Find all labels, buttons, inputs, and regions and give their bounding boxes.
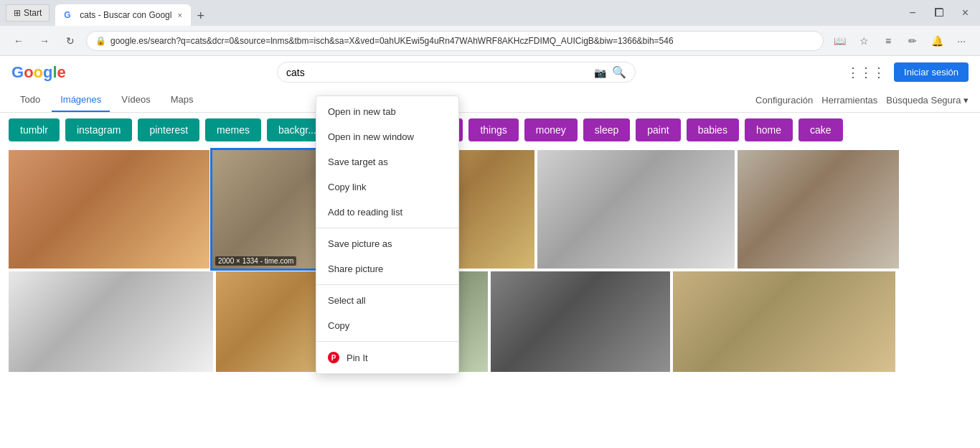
start-label: Start bbox=[24, 8, 42, 18]
pill-10[interactable]: sleep bbox=[583, 118, 630, 141]
menu-item-open-in-new-window[interactable]: Open in new window bbox=[316, 124, 458, 149]
active-tab[interactable]: G cats - Buscar con Googl × bbox=[55, 4, 191, 26]
menu-item-label: Select all bbox=[328, 295, 366, 306]
menu-item-label: Copy link bbox=[328, 182, 366, 192]
google-page: Google 📷 🔍 ⋮⋮⋮ Iniciar sesión Todo Imáge… bbox=[0, 56, 980, 448]
minimize-button[interactable]: − bbox=[903, 4, 921, 22]
start-button[interactable]: ⊞ Start bbox=[6, 4, 50, 22]
pill-9[interactable]: money bbox=[524, 118, 578, 141]
address-bar: ← → ↻ 🔒 google.es/search?q=cats&dcr=0&so… bbox=[0, 26, 980, 56]
search-button[interactable]: 🔍 bbox=[612, 65, 626, 79]
google-logo: Google bbox=[11, 63, 66, 82]
close-button[interactable]: × bbox=[956, 4, 974, 22]
forward-button[interactable]: → bbox=[34, 31, 55, 51]
safe-search[interactable]: Búsqueda Segura ▾ bbox=[886, 95, 969, 106]
tab-todo[interactable]: Todo bbox=[11, 88, 49, 112]
pill-12[interactable]: babies bbox=[687, 118, 739, 141]
favorites-button[interactable]: ☆ bbox=[854, 31, 874, 51]
search-input[interactable] bbox=[286, 67, 588, 78]
menu-item-copy[interactable]: Copy bbox=[316, 313, 458, 338]
windows-icon: ⊞ bbox=[14, 8, 21, 18]
pill-13[interactable]: home bbox=[745, 118, 793, 141]
hub-button[interactable]: ≡ bbox=[878, 31, 898, 51]
annotation-button[interactable]: ✏ bbox=[903, 31, 923, 51]
window-controls: − ⧠ × bbox=[903, 4, 974, 22]
menu-item-label: Share picture bbox=[328, 263, 383, 274]
pill-2[interactable]: pinterest bbox=[138, 118, 199, 141]
google-nav-left: Todo Imágenes Vídeos Maps bbox=[11, 88, 202, 112]
image-row-2 bbox=[9, 271, 971, 372]
notifications-button[interactable]: 🔔 bbox=[927, 31, 947, 51]
reading-view-button[interactable]: 📖 bbox=[829, 31, 849, 51]
image-item[interactable] bbox=[9, 271, 213, 372]
menu-item-label: Add to reading list bbox=[328, 207, 402, 218]
menu-item-label: Open in new tab bbox=[328, 106, 396, 117]
image-grid: 2000 × 1334 - time.com bbox=[0, 147, 980, 375]
browser-titlebar: ⊞ Start G cats - Buscar con Googl × + − … bbox=[0, 0, 980, 26]
image-item[interactable] bbox=[537, 150, 735, 269]
tab-maps[interactable]: Maps bbox=[162, 88, 202, 112]
signin-button[interactable]: Iniciar sesión bbox=[894, 62, 969, 82]
pill-3[interactable]: memes bbox=[205, 118, 261, 141]
pill-1[interactable]: instagram bbox=[65, 118, 132, 141]
menu-separator-11 bbox=[316, 341, 458, 342]
maximize-button[interactable]: ⧠ bbox=[928, 4, 951, 22]
image-item[interactable] bbox=[738, 150, 899, 269]
menu-separator-5 bbox=[316, 228, 458, 228]
menu-item-save-picture-as[interactable]: Save picture as bbox=[316, 231, 458, 256]
pinterest-icon: P bbox=[328, 352, 339, 363]
menu-item-label: Save target as bbox=[328, 157, 388, 167]
pin-it-label: Pin It bbox=[347, 353, 368, 363]
new-tab-button[interactable]: + bbox=[191, 6, 211, 26]
menu-item-pin-it[interactable]: PPin It bbox=[316, 345, 458, 370]
lock-icon: 🔒 bbox=[95, 36, 106, 46]
url-text: google.es/search?q=cats&dcr=0&source=lnm… bbox=[110, 36, 674, 46]
pill-11[interactable]: paint bbox=[636, 118, 680, 141]
header-right: ⋮⋮⋮ Iniciar sesión bbox=[847, 62, 969, 82]
pill-8[interactable]: things bbox=[468, 118, 518, 141]
tab-bar: G cats - Buscar con Googl × + bbox=[55, 0, 897, 26]
tab-imagenes[interactable]: Imágenes bbox=[52, 88, 110, 112]
image-label: 2000 × 1334 - time.com bbox=[215, 256, 296, 266]
herramientas-link[interactable]: Herramientas bbox=[821, 95, 877, 106]
tab-close-button[interactable]: × bbox=[177, 11, 182, 19]
pill-0[interactable]: tumblr bbox=[9, 118, 60, 141]
menu-item-save-target-as[interactable]: Save target as bbox=[316, 149, 458, 174]
menu-item-select-all[interactable]: Select all bbox=[316, 288, 458, 313]
menu-item-copy-link[interactable]: Copy link bbox=[316, 174, 458, 200]
apps-icon[interactable]: ⋮⋮⋮ bbox=[847, 65, 885, 80]
camera-icon[interactable]: 📷 bbox=[594, 67, 606, 78]
menu-item-label: Save picture as bbox=[328, 238, 392, 249]
category-pills: tumblrinstagrampinterestmemesbackgr...ci… bbox=[0, 113, 980, 147]
tab-favicon: G bbox=[64, 10, 74, 20]
image-item[interactable] bbox=[673, 271, 895, 372]
search-box-container: 📷 🔍 bbox=[277, 62, 636, 83]
nav-right: Configuración Herramientas Búsqueda Segu… bbox=[755, 95, 969, 106]
configuracion-link[interactable]: Configuración bbox=[755, 95, 813, 106]
image-item[interactable] bbox=[491, 271, 670, 372]
tab-videos[interactable]: Vídeos bbox=[113, 88, 159, 112]
google-nav: Todo Imágenes Vídeos Maps Configuración … bbox=[0, 88, 980, 113]
menu-item-open-in-new-tab[interactable]: Open in new tab bbox=[316, 99, 458, 124]
url-bar[interactable]: 🔒 google.es/search?q=cats&dcr=0&source=l… bbox=[86, 31, 824, 51]
image-row-1: 2000 × 1334 - time.com bbox=[9, 150, 971, 269]
menu-item-add-to-reading-list[interactable]: Add to reading list bbox=[316, 200, 458, 225]
toolbar-icons: 📖 ☆ ≡ ✏ 🔔 ··· bbox=[829, 31, 971, 51]
tab-title: cats - Buscar con Googl bbox=[80, 10, 171, 20]
menu-item-label: Copy bbox=[328, 320, 349, 331]
back-button[interactable]: ← bbox=[9, 31, 29, 51]
menu-item-share-picture[interactable]: Share picture bbox=[316, 256, 458, 281]
image-item[interactable] bbox=[9, 150, 209, 269]
context-menu: Open in new tabOpen in new windowSave ta… bbox=[316, 95, 459, 374]
pill-14[interactable]: cake bbox=[798, 118, 843, 141]
menu-item-label: Open in new window bbox=[328, 131, 414, 142]
menu-separator-8 bbox=[316, 284, 458, 285]
reload-button[interactable]: ↻ bbox=[60, 31, 80, 51]
google-header: Google 📷 🔍 ⋮⋮⋮ Iniciar sesión bbox=[0, 56, 980, 88]
more-button[interactable]: ··· bbox=[951, 31, 971, 51]
